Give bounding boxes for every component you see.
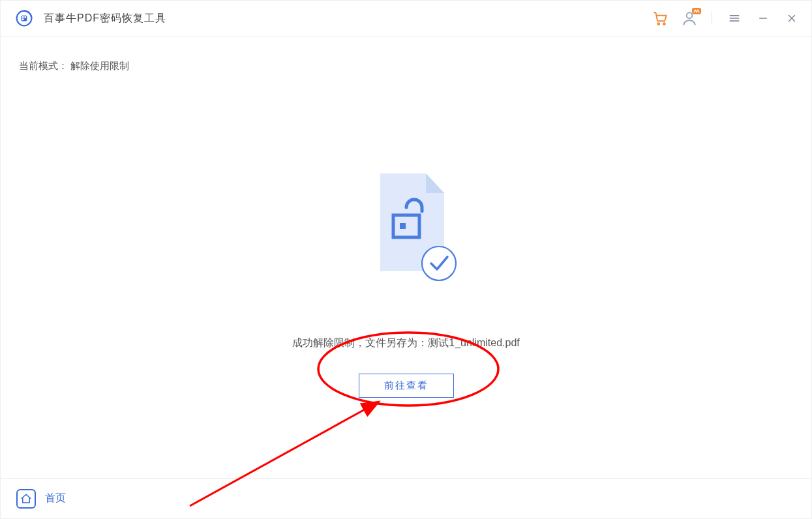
svg-rect-8 [692, 8, 701, 14]
footer-nav: 首页 [1, 478, 811, 518]
svg-rect-4 [22, 18, 24, 20]
svg-rect-3 [24, 16, 26, 18]
main-content: 当前模式： 解除使用限制 成功解除限制，文件另存为： [1, 37, 811, 478]
result-text: 成功解除限制，文件另存为：测试1_unlimited.pdf [292, 336, 520, 350]
menu-icon[interactable] [725, 9, 744, 27]
app-window: 百事牛PDF密码恢复工具 [0, 0, 812, 519]
mode-label: 当前模式： [19, 60, 68, 71]
mode-value: 解除使用限制 [70, 60, 129, 71]
result-message: 成功解除限制，文件另存为： [292, 337, 428, 348]
svg-rect-16 [400, 223, 406, 229]
result-panel: 成功解除限制，文件另存为：测试1_unlimited.pdf 前往查看 [1, 167, 811, 398]
close-icon[interactable] [783, 9, 801, 27]
minimize-icon[interactable] [754, 9, 772, 27]
app-title: 百事牛PDF密码恢复工具 [44, 12, 166, 25]
header-actions [652, 9, 801, 27]
svg-point-6 [663, 23, 665, 25]
svg-rect-2 [22, 16, 24, 18]
go-view-button[interactable]: 前往查看 [359, 374, 454, 398]
unlocked-document-icon [361, 167, 452, 284]
svg-point-17 [422, 246, 456, 280]
user-icon[interactable] [680, 9, 699, 27]
current-mode: 当前模式： 解除使用限制 [19, 60, 793, 72]
title-bar: 百事牛PDF密码恢复工具 [1, 1, 811, 37]
cart-icon[interactable] [652, 9, 670, 27]
svg-point-5 [657, 23, 659, 25]
app-logo-icon [15, 9, 33, 27]
result-filename: 测试1_unlimited.pdf [428, 337, 520, 348]
home-icon[interactable] [16, 489, 36, 509]
home-link[interactable]: 首页 [45, 492, 66, 505]
divider [712, 12, 712, 25]
